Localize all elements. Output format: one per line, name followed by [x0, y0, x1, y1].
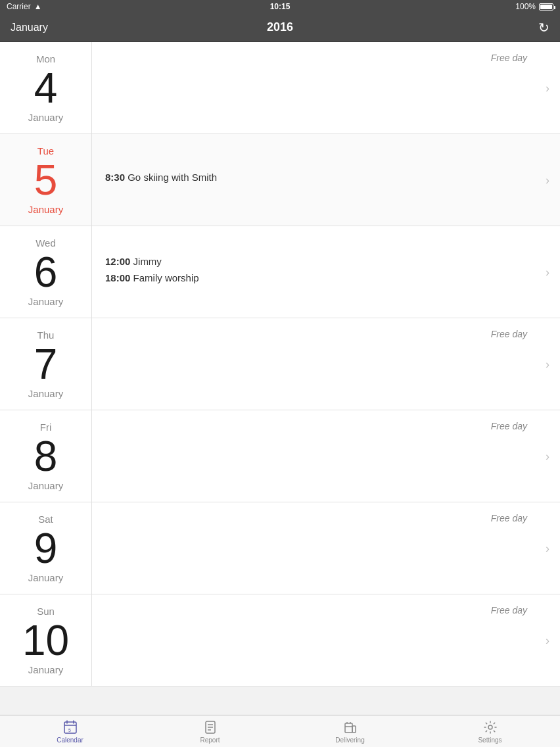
status-right: 100%	[515, 2, 553, 11]
free-day-label: Free day	[491, 605, 527, 615]
day-right[interactable]: 12:00 Jimmy 18:00 Family worship ›	[92, 226, 560, 318]
day-month: January	[28, 204, 63, 215]
day-number: 7	[34, 343, 58, 385]
event-item: 8:30 Go skiing with Smith	[105, 172, 547, 183]
chevron-icon: ›	[546, 541, 549, 555]
carrier-label: Carrier	[7, 2, 31, 11]
day-left: Sat 9 January	[0, 502, 92, 594]
day-left: Fri 8 January	[0, 410, 92, 502]
calendar-tab-icon: 5	[62, 719, 78, 735]
chevron-icon: ›	[546, 81, 549, 95]
event-time: 12:00	[105, 256, 130, 267]
day-row-8[interactable]: Fri 8 January Free day ›	[0, 410, 560, 502]
settings-tab-icon	[482, 719, 498, 735]
event-time: 8:30	[105, 172, 125, 183]
calendar-content: Mon 4 January Free day › Tue 5 January 8…	[0, 42, 560, 719]
svg-rect-12	[352, 726, 356, 733]
event-title: Go skiing with Smith	[128, 172, 217, 183]
day-row-4[interactable]: Mon 4 January Free day ›	[0, 42, 560, 134]
svg-point-14	[488, 725, 492, 729]
refresh-button[interactable]: ↻	[538, 20, 549, 36]
day-number: 6	[34, 251, 58, 293]
battery-label: 100%	[515, 2, 536, 11]
report-tab-label: Report	[200, 736, 220, 744]
delivering-tab-label: Delivering	[335, 736, 364, 744]
day-name: Fri	[40, 422, 52, 433]
day-left: Mon 4 January	[0, 42, 92, 133]
battery-icon	[539, 3, 553, 11]
chevron-icon: ›	[546, 357, 549, 371]
day-right[interactable]: Free day ›	[92, 594, 560, 686]
event-time: 18:00	[105, 272, 130, 283]
day-name: Sun	[37, 606, 55, 617]
free-day-label: Free day	[491, 53, 527, 63]
free-day-label: Free day	[491, 329, 527, 339]
tab-bar: 5 Calendar Report Delivering Settings	[0, 715, 560, 747]
event-title: Jimmy	[133, 256, 162, 267]
day-row-9[interactable]: Sat 9 January Free day ›	[0, 502, 560, 594]
status-time: 10:15	[270, 2, 291, 11]
chevron-icon: ›	[546, 633, 549, 647]
day-right[interactable]: Free day ›	[92, 42, 560, 133]
day-number: 8	[34, 435, 58, 477]
day-left: Wed 6 January	[0, 226, 92, 318]
tab-settings[interactable]: Settings	[420, 715, 560, 747]
chevron-icon: ›	[546, 173, 549, 187]
day-row-10[interactable]: Sun 10 January Free day ›	[0, 594, 560, 687]
day-right[interactable]: Free day ›	[92, 318, 560, 410]
event-title: Family worship	[133, 272, 199, 283]
day-number: 4	[34, 67, 58, 109]
tab-delivering[interactable]: Delivering	[280, 715, 420, 747]
day-left: Thu 7 January	[0, 318, 92, 410]
free-day-label: Free day	[491, 421, 527, 431]
svg-text:5: 5	[68, 728, 71, 733]
chevron-icon: ›	[546, 449, 549, 463]
nav-left-label: January	[11, 22, 48, 34]
nav-title: 2016	[267, 20, 293, 34]
day-right[interactable]: 8:30 Go skiing with Smith ›	[92, 134, 560, 226]
day-row-7[interactable]: Thu 7 January Free day ›	[0, 318, 560, 410]
day-name: Sat	[38, 514, 53, 525]
day-right[interactable]: Free day ›	[92, 410, 560, 502]
day-name: Wed	[35, 237, 56, 249]
day-name: Thu	[37, 329, 55, 341]
delivering-tab-icon	[342, 719, 358, 735]
day-month: January	[28, 112, 63, 123]
calendar-list: Mon 4 January Free day › Tue 5 January 8…	[0, 42, 560, 687]
event-item: 12:00 Jimmy	[105, 256, 547, 267]
day-month: January	[28, 664, 63, 675]
free-day-label: Free day	[491, 513, 527, 523]
calendar-tab-label: Calendar	[57, 736, 83, 744]
day-month: January	[28, 572, 63, 583]
day-row-6[interactable]: Wed 6 January 12:00 Jimmy 18:00 Family w…	[0, 226, 560, 318]
day-left: Sun 10 January	[0, 594, 92, 686]
day-number: 9	[34, 527, 58, 569]
day-name: Tue	[37, 145, 54, 157]
day-left: Tue 5 January	[0, 134, 92, 226]
day-number: 10	[22, 619, 69, 662]
day-right[interactable]: Free day ›	[92, 502, 560, 594]
settings-tab-label: Settings	[478, 736, 502, 744]
day-month: January	[28, 296, 63, 307]
tab-calendar[interactable]: 5 Calendar	[0, 715, 140, 747]
day-row-5[interactable]: Tue 5 January 8:30 Go skiing with Smith …	[0, 134, 560, 226]
day-number: 5	[34, 159, 58, 201]
tab-report[interactable]: Report	[140, 715, 280, 747]
status-left: Carrier ▲	[7, 2, 42, 11]
day-name: Mon	[36, 53, 55, 64]
chevron-icon: ›	[546, 265, 549, 279]
nav-bar: January 2016 ↻	[0, 13, 560, 42]
day-month: January	[28, 480, 63, 491]
report-tab-icon	[202, 719, 218, 735]
day-month: January	[28, 388, 63, 399]
event-item: 18:00 Family worship	[105, 272, 547, 283]
status-bar: Carrier ▲ 10:15 100%	[0, 0, 560, 13]
svg-rect-9	[345, 723, 352, 733]
wifi-icon: ▲	[34, 2, 42, 11]
